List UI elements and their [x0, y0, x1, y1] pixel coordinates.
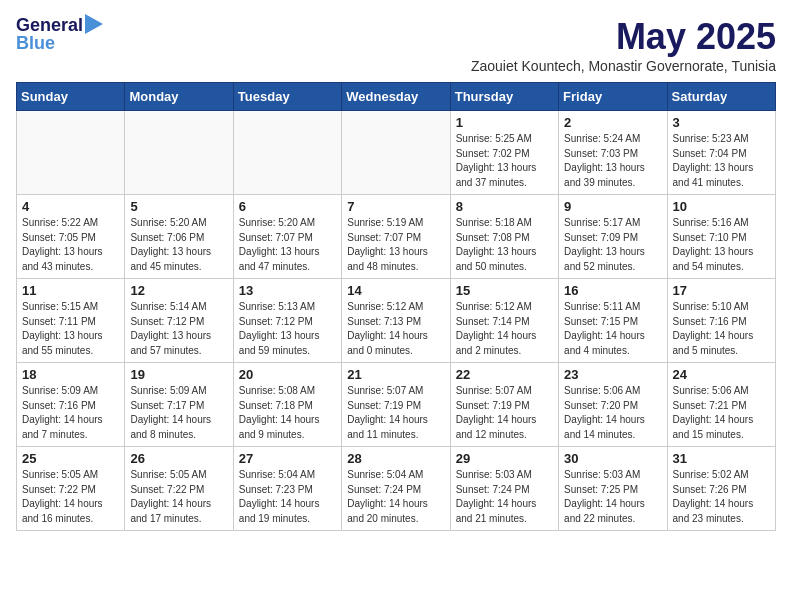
- location-subtitle: Zaouiet Kountech, Monastir Governorate, …: [471, 58, 776, 74]
- day-number: 13: [239, 283, 336, 298]
- day-number: 7: [347, 199, 444, 214]
- calendar-day-22: 22Sunrise: 5:07 AMSunset: 7:19 PMDayligh…: [450, 363, 558, 447]
- day-number: 29: [456, 451, 553, 466]
- calendar-day-12: 12Sunrise: 5:14 AMSunset: 7:12 PMDayligh…: [125, 279, 233, 363]
- weekday-header-row: SundayMondayTuesdayWednesdayThursdayFrid…: [17, 83, 776, 111]
- day-info: Sunrise: 5:14 AMSunset: 7:12 PMDaylight:…: [130, 300, 227, 358]
- day-number: 3: [673, 115, 770, 130]
- day-number: 30: [564, 451, 661, 466]
- day-info: Sunrise: 5:18 AMSunset: 7:08 PMDaylight:…: [456, 216, 553, 274]
- calendar-day-10: 10Sunrise: 5:16 AMSunset: 7:10 PMDayligh…: [667, 195, 775, 279]
- calendar-day-8: 8Sunrise: 5:18 AMSunset: 7:08 PMDaylight…: [450, 195, 558, 279]
- calendar-table: SundayMondayTuesdayWednesdayThursdayFrid…: [16, 82, 776, 531]
- calendar-week-row: 1Sunrise: 5:25 AMSunset: 7:02 PMDaylight…: [17, 111, 776, 195]
- day-info: Sunrise: 5:16 AMSunset: 7:10 PMDaylight:…: [673, 216, 770, 274]
- day-info: Sunrise: 5:03 AMSunset: 7:25 PMDaylight:…: [564, 468, 661, 526]
- calendar-day-11: 11Sunrise: 5:15 AMSunset: 7:11 PMDayligh…: [17, 279, 125, 363]
- month-title: May 2025: [471, 16, 776, 58]
- day-info: Sunrise: 5:17 AMSunset: 7:09 PMDaylight:…: [564, 216, 661, 274]
- day-number: 11: [22, 283, 119, 298]
- day-number: 27: [239, 451, 336, 466]
- day-number: 31: [673, 451, 770, 466]
- weekday-header-sunday: Sunday: [17, 83, 125, 111]
- day-info: Sunrise: 5:09 AMSunset: 7:17 PMDaylight:…: [130, 384, 227, 442]
- day-info: Sunrise: 5:11 AMSunset: 7:15 PMDaylight:…: [564, 300, 661, 358]
- day-number: 18: [22, 367, 119, 382]
- weekday-header-wednesday: Wednesday: [342, 83, 450, 111]
- day-number: 8: [456, 199, 553, 214]
- day-number: 28: [347, 451, 444, 466]
- day-number: 25: [22, 451, 119, 466]
- logo-text-blue: Blue: [16, 34, 55, 54]
- calendar-empty-cell: [233, 111, 341, 195]
- calendar-empty-cell: [125, 111, 233, 195]
- day-number: 24: [673, 367, 770, 382]
- day-info: Sunrise: 5:03 AMSunset: 7:24 PMDaylight:…: [456, 468, 553, 526]
- calendar-day-13: 13Sunrise: 5:13 AMSunset: 7:12 PMDayligh…: [233, 279, 341, 363]
- day-number: 15: [456, 283, 553, 298]
- calendar-day-21: 21Sunrise: 5:07 AMSunset: 7:19 PMDayligh…: [342, 363, 450, 447]
- calendar-day-5: 5Sunrise: 5:20 AMSunset: 7:06 PMDaylight…: [125, 195, 233, 279]
- day-info: Sunrise: 5:07 AMSunset: 7:19 PMDaylight:…: [347, 384, 444, 442]
- calendar-day-27: 27Sunrise: 5:04 AMSunset: 7:23 PMDayligh…: [233, 447, 341, 531]
- day-number: 19: [130, 367, 227, 382]
- weekday-header-monday: Monday: [125, 83, 233, 111]
- logo-arrow-icon: [85, 14, 103, 34]
- calendar-day-16: 16Sunrise: 5:11 AMSunset: 7:15 PMDayligh…: [559, 279, 667, 363]
- day-info: Sunrise: 5:15 AMSunset: 7:11 PMDaylight:…: [22, 300, 119, 358]
- day-info: Sunrise: 5:10 AMSunset: 7:16 PMDaylight:…: [673, 300, 770, 358]
- calendar-day-4: 4Sunrise: 5:22 AMSunset: 7:05 PMDaylight…: [17, 195, 125, 279]
- day-number: 1: [456, 115, 553, 130]
- logo: General Blue: [16, 16, 103, 54]
- day-info: Sunrise: 5:06 AMSunset: 7:21 PMDaylight:…: [673, 384, 770, 442]
- day-info: Sunrise: 5:13 AMSunset: 7:12 PMDaylight:…: [239, 300, 336, 358]
- weekday-header-friday: Friday: [559, 83, 667, 111]
- calendar-day-29: 29Sunrise: 5:03 AMSunset: 7:24 PMDayligh…: [450, 447, 558, 531]
- calendar-day-25: 25Sunrise: 5:05 AMSunset: 7:22 PMDayligh…: [17, 447, 125, 531]
- day-info: Sunrise: 5:20 AMSunset: 7:07 PMDaylight:…: [239, 216, 336, 274]
- calendar-day-3: 3Sunrise: 5:23 AMSunset: 7:04 PMDaylight…: [667, 111, 775, 195]
- weekday-header-tuesday: Tuesday: [233, 83, 341, 111]
- weekday-header-saturday: Saturday: [667, 83, 775, 111]
- calendar-week-row: 4Sunrise: 5:22 AMSunset: 7:05 PMDaylight…: [17, 195, 776, 279]
- day-info: Sunrise: 5:19 AMSunset: 7:07 PMDaylight:…: [347, 216, 444, 274]
- day-info: Sunrise: 5:04 AMSunset: 7:24 PMDaylight:…: [347, 468, 444, 526]
- calendar-day-2: 2Sunrise: 5:24 AMSunset: 7:03 PMDaylight…: [559, 111, 667, 195]
- calendar-day-9: 9Sunrise: 5:17 AMSunset: 7:09 PMDaylight…: [559, 195, 667, 279]
- calendar-week-row: 25Sunrise: 5:05 AMSunset: 7:22 PMDayligh…: [17, 447, 776, 531]
- day-number: 6: [239, 199, 336, 214]
- calendar-day-15: 15Sunrise: 5:12 AMSunset: 7:14 PMDayligh…: [450, 279, 558, 363]
- day-info: Sunrise: 5:09 AMSunset: 7:16 PMDaylight:…: [22, 384, 119, 442]
- calendar-day-14: 14Sunrise: 5:12 AMSunset: 7:13 PMDayligh…: [342, 279, 450, 363]
- day-number: 10: [673, 199, 770, 214]
- day-number: 21: [347, 367, 444, 382]
- day-info: Sunrise: 5:04 AMSunset: 7:23 PMDaylight:…: [239, 468, 336, 526]
- day-info: Sunrise: 5:24 AMSunset: 7:03 PMDaylight:…: [564, 132, 661, 190]
- day-number: 22: [456, 367, 553, 382]
- calendar-day-17: 17Sunrise: 5:10 AMSunset: 7:16 PMDayligh…: [667, 279, 775, 363]
- day-info: Sunrise: 5:07 AMSunset: 7:19 PMDaylight:…: [456, 384, 553, 442]
- day-number: 12: [130, 283, 227, 298]
- calendar-day-19: 19Sunrise: 5:09 AMSunset: 7:17 PMDayligh…: [125, 363, 233, 447]
- calendar-day-20: 20Sunrise: 5:08 AMSunset: 7:18 PMDayligh…: [233, 363, 341, 447]
- day-info: Sunrise: 5:23 AMSunset: 7:04 PMDaylight:…: [673, 132, 770, 190]
- calendar-day-23: 23Sunrise: 5:06 AMSunset: 7:20 PMDayligh…: [559, 363, 667, 447]
- calendar-day-18: 18Sunrise: 5:09 AMSunset: 7:16 PMDayligh…: [17, 363, 125, 447]
- day-number: 16: [564, 283, 661, 298]
- day-number: 23: [564, 367, 661, 382]
- day-number: 26: [130, 451, 227, 466]
- day-number: 9: [564, 199, 661, 214]
- day-info: Sunrise: 5:20 AMSunset: 7:06 PMDaylight:…: [130, 216, 227, 274]
- day-number: 4: [22, 199, 119, 214]
- day-number: 14: [347, 283, 444, 298]
- day-number: 17: [673, 283, 770, 298]
- title-block: May 2025 Zaouiet Kountech, Monastir Gove…: [471, 16, 776, 74]
- day-info: Sunrise: 5:02 AMSunset: 7:26 PMDaylight:…: [673, 468, 770, 526]
- day-info: Sunrise: 5:05 AMSunset: 7:22 PMDaylight:…: [130, 468, 227, 526]
- weekday-header-thursday: Thursday: [450, 83, 558, 111]
- day-info: Sunrise: 5:12 AMSunset: 7:14 PMDaylight:…: [456, 300, 553, 358]
- calendar-day-26: 26Sunrise: 5:05 AMSunset: 7:22 PMDayligh…: [125, 447, 233, 531]
- calendar-day-31: 31Sunrise: 5:02 AMSunset: 7:26 PMDayligh…: [667, 447, 775, 531]
- calendar-week-row: 18Sunrise: 5:09 AMSunset: 7:16 PMDayligh…: [17, 363, 776, 447]
- day-info: Sunrise: 5:05 AMSunset: 7:22 PMDaylight:…: [22, 468, 119, 526]
